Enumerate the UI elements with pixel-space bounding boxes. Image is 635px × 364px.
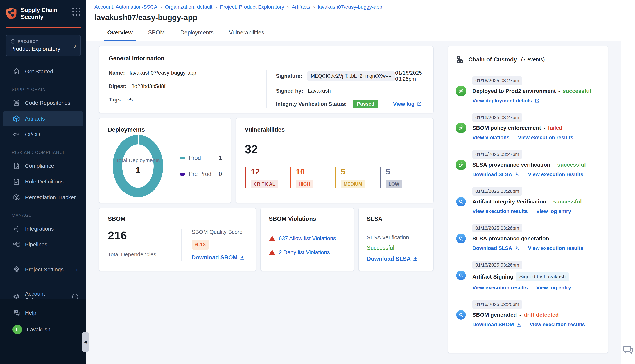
- event-link[interactable]: View execution results: [472, 285, 528, 290]
- event-timestamp: 01/16/2025 03:27pm: [472, 150, 522, 159]
- signature-value[interactable]: MEQCICde2VjIT...bL+2+mqnOXw==: [307, 71, 395, 81]
- signed-by-value: Lavakush: [308, 88, 331, 94]
- cube-icon: [10, 39, 16, 44]
- pipelines-icon: [13, 241, 20, 248]
- chain-link-icon: [458, 125, 464, 131]
- sbom-total-dependencies: 216: [108, 229, 181, 242]
- chain-event: 01/16/2025 03:25pmSBOM generated - drift…: [456, 300, 600, 328]
- event-timestamp: 01/16/2025 03:26pm: [472, 261, 522, 269]
- breadcrumb-artifacts[interactable]: Artifacts: [292, 4, 310, 10]
- sidebar-item-get-started[interactable]: Get Started: [3, 64, 83, 79]
- event-title: Artifact Signing Signed by Lavakush: [472, 272, 600, 281]
- event-link[interactable]: View violations: [472, 135, 510, 140]
- view-log-link[interactable]: View log: [393, 101, 424, 107]
- download-slsa-link[interactable]: Download SLSA: [367, 256, 425, 262]
- download-sbom-link[interactable]: Download SBOM: [192, 254, 245, 261]
- integrations-icon: [13, 225, 20, 233]
- tab-deployments[interactable]: Deployments: [179, 29, 214, 41]
- sidebar-item-remediation-tracker[interactable]: Remediation Tracker: [3, 190, 83, 205]
- breadcrumb-account[interactable]: Account: Automation-SSCA: [94, 4, 157, 10]
- breadcrumb-project[interactable]: Project: Product Exploratory: [220, 4, 284, 10]
- deny-list-violations-row: 2 Deny list Violations: [269, 249, 346, 256]
- severity-low: 5 LOW: [380, 167, 425, 188]
- sidebar-item-artifacts[interactable]: Artifacts: [3, 111, 83, 126]
- download-icon: [516, 322, 521, 327]
- code-repo-icon: [13, 99, 20, 107]
- event-link[interactable]: Download SLSA: [472, 172, 519, 178]
- sidebar-collapse-handle[interactable]: ◀: [82, 332, 89, 352]
- integrity-status-badge: Passed: [353, 100, 378, 108]
- breadcrumb-organization[interactable]: Organization: default: [165, 4, 213, 10]
- download-icon: [514, 172, 519, 177]
- sidebar-item-code-repositories[interactable]: Code Repositories: [3, 96, 83, 110]
- warning-triangle-icon: [269, 235, 275, 242]
- sidebar-item-help[interactable]: ? Help: [3, 305, 83, 320]
- allow-list-violations-link[interactable]: 637 Allow list Violations: [279, 235, 336, 242]
- gear-icon: [13, 266, 20, 273]
- scan-step-icon: [456, 197, 466, 206]
- breadcrumb-current[interactable]: lavakush07/easy-buggy-app: [318, 4, 382, 10]
- allow-list-violations-row: 637 Allow list Violations: [269, 235, 346, 242]
- sidebar-item-compliance[interactable]: Compliance: [3, 158, 83, 174]
- severity-medium: 5 MEDIUM: [335, 167, 380, 188]
- project-label: PROJECT: [18, 39, 38, 44]
- svg-text:?: ?: [15, 310, 17, 313]
- avatar: L: [13, 325, 22, 334]
- artifacts-cube-icon: [13, 115, 20, 122]
- signature-label: Signature:: [276, 73, 302, 79]
- tab-vulnerabilities[interactable]: Vulnerabilities: [228, 29, 265, 41]
- chat-bubble-icon[interactable]: [622, 344, 633, 356]
- vulnerabilities-card: Vulnerabilities 32 12 CRITICAL 10 HIGH: [236, 118, 434, 203]
- artifact-tags: v5: [127, 97, 133, 103]
- tab-bar: Overview SBOM Deployments Vulnerabilitie…: [86, 24, 621, 41]
- sidebar-item-rule-definitions[interactable]: Rule Definitions: [3, 174, 83, 189]
- deny-list-violations-link[interactable]: 2 Deny list Violations: [279, 249, 330, 256]
- sidebar-item-pipelines[interactable]: Pipelines: [3, 237, 83, 252]
- scan-step-icon: [456, 310, 466, 320]
- app-switcher-grid-icon[interactable]: [72, 8, 81, 16]
- event-link[interactable]: View execution results: [472, 208, 528, 214]
- event-link[interactable]: View execution results: [518, 135, 573, 140]
- general-information-card: General Information Name:lavakush07/easy…: [99, 46, 434, 114]
- event-title: Artifact Integrity Verification - succes…: [472, 198, 600, 205]
- chain-of-custody-card: Chain of Custody (7 events) 01/16/2025 0…: [448, 46, 608, 353]
- sidebar: Supply Chain Security PROJECT Product Ex…: [0, 0, 86, 364]
- vulnerabilities-total: 32: [245, 142, 425, 156]
- right-rail: [621, 0, 635, 364]
- prod-swatch: [180, 157, 185, 160]
- box-remediation-icon: [13, 194, 20, 201]
- event-timestamp: 01/16/2025 03:27pm: [472, 76, 522, 85]
- chain-events-count: (7 events): [521, 56, 545, 62]
- tab-sbom[interactable]: SBOM: [147, 29, 165, 41]
- chain-event: 01/16/2025 03:26pmSLSA provenance genera…: [456, 224, 600, 251]
- sidebar-item-integrations[interactable]: Integrations: [3, 221, 83, 236]
- event-link[interactable]: View execution results: [528, 172, 583, 178]
- event-link[interactable]: View log entry: [536, 285, 571, 290]
- user-menu[interactable]: L Lavakush: [3, 321, 83, 338]
- slsa-title: SLSA: [367, 216, 425, 222]
- tab-overview[interactable]: Overview: [107, 29, 133, 41]
- scan-search-icon: [458, 199, 464, 204]
- page-title: lavakush07/easy-buggy-app: [94, 13, 621, 22]
- event-link[interactable]: View execution results: [530, 322, 585, 328]
- infinity-icon: [13, 131, 20, 138]
- deployment-link-icon: [456, 123, 466, 133]
- sidebar-item-cicd[interactable]: CI/CD: [3, 127, 83, 142]
- deployment-link-icon: [456, 86, 466, 96]
- sidebar-item-project-settings[interactable]: Project Settings ›: [3, 262, 83, 277]
- project-selector[interactable]: PROJECT Product Exploratory ›: [6, 35, 81, 56]
- chain-link-icon: [458, 88, 464, 94]
- event-link[interactable]: View log entry: [536, 208, 571, 214]
- artifact-digest: 8d23bd3b5d8f: [131, 83, 165, 89]
- event-link[interactable]: View execution results: [528, 245, 583, 251]
- sbom-violations-title: SBOM Violations: [269, 216, 346, 222]
- event-status: successful: [557, 162, 586, 168]
- download-icon: [413, 256, 418, 262]
- event-link[interactable]: View deployment details: [472, 98, 539, 104]
- help-chat-icon: ?: [13, 309, 20, 317]
- event-link[interactable]: Download SBOM: [472, 322, 521, 328]
- scan-search-icon: [458, 312, 464, 318]
- event-link[interactable]: Download SLSA: [472, 245, 519, 251]
- deployments-legend: Prod 1 Pre Prod 0: [180, 155, 222, 178]
- vulnerabilities-title: Vulnerabilities: [245, 126, 425, 133]
